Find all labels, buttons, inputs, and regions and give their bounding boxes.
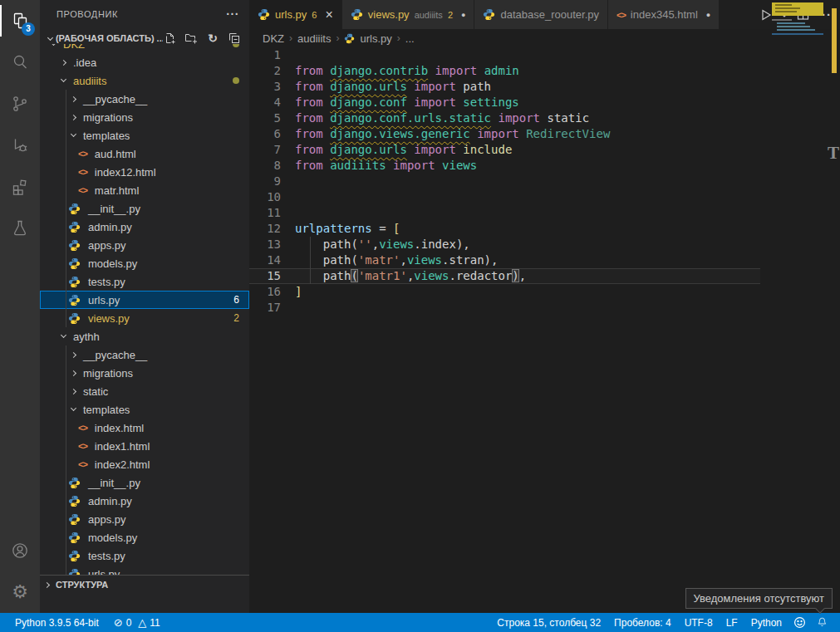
indent-guide <box>66 218 66 236</box>
tree-item-index1.html[interactable]: <>index1.html <box>40 437 249 455</box>
tree-item-urls.py[interactable]: urls.py <box>40 565 249 575</box>
chevron-right-icon <box>71 370 76 375</box>
source-control-icon[interactable] <box>0 83 40 125</box>
problems-badge: 2 <box>233 312 239 324</box>
python-file-icon <box>68 513 81 526</box>
tab-urls.py[interactable]: urls.py6× <box>249 0 342 29</box>
explorer-icon[interactable]: 3 <box>0 0 40 42</box>
close-icon[interactable]: × <box>325 8 332 22</box>
tab-views.py[interactable]: views.pyaudiiits2● <box>342 0 475 29</box>
tree-item-label: tests.py <box>88 276 125 288</box>
tree-item-.idea[interactable]: .idea <box>40 53 249 71</box>
tree-item-__pycache__[interactable]: __pycache__ <box>40 345 249 364</box>
tree-item-static[interactable]: static <box>40 382 249 400</box>
tree-item-admin.py[interactable]: admin.py <box>40 492 249 510</box>
breadcrumb-segment[interactable]: ... <box>405 32 415 45</box>
tree-item-models.py[interactable]: models.py <box>40 528 249 546</box>
status-indentation[interactable]: Пробелов: 4 <box>607 617 678 629</box>
tab-bar: urls.py6×views.pyaudiiits2●database_roou… <box>249 0 840 29</box>
line-number: 7 <box>249 142 295 158</box>
testing-icon[interactable] <box>0 208 40 249</box>
search-icon[interactable] <box>0 42 40 83</box>
breadcrumb[interactable]: DKZ›audiiits›urls.py›... <box>249 29 840 47</box>
modified-dot <box>233 44 239 47</box>
tree-item-tests.py[interactable]: tests.py <box>40 546 249 565</box>
bell-icon[interactable] <box>811 616 833 629</box>
tab-index345.html[interactable]: <>index345.html● <box>608 0 720 29</box>
sidebar-more-actions-icon[interactable]: ··· <box>226 0 239 29</box>
run-and-debug-icon[interactable] <box>0 125 40 166</box>
tree-item-label: admin.py <box>88 221 132 233</box>
tree-item-index12.html[interactable]: <>index12.html <box>40 163 249 181</box>
tab-database_roouter.py[interactable]: database_roouter.py <box>474 0 608 29</box>
overview-ruler-mark: T <box>828 143 839 164</box>
tree-item-index2.html[interactable]: <>index2.html <box>40 455 249 473</box>
collapse-all-icon[interactable] <box>228 32 241 45</box>
breadcrumb-segment[interactable]: DKZ <box>263 32 284 45</box>
dirty-dot-icon[interactable]: ● <box>461 11 465 19</box>
tree-item-templates[interactable]: templates <box>40 126 249 145</box>
tree-item-label: admin.py <box>88 495 132 507</box>
status-language-mode[interactable]: Python <box>744 617 788 629</box>
tree-item-label: apps.py <box>88 513 126 526</box>
tree-item-urls.py[interactable]: urls.py6 <box>40 291 249 309</box>
indent-guide <box>66 163 66 181</box>
chevron-down-icon <box>71 131 76 137</box>
settings-icon[interactable]: ⚙ <box>0 571 40 613</box>
status-eol[interactable]: LF <box>720 617 744 629</box>
tree-item-tests.py[interactable]: tests.py <box>40 272 249 291</box>
outline-section-header[interactable]: СТРУКТУРА <box>40 575 249 594</box>
status-python-interpreter[interactable]: Python 3.9.5 64-bit <box>8 617 106 629</box>
tree-item-apps.py[interactable]: apps.py <box>40 236 249 254</box>
python-file-icon <box>68 203 81 215</box>
tree-item-__init__.py[interactable]: __init__.py <box>40 199 249 218</box>
refresh-icon[interactable]: ↻ <box>206 32 219 45</box>
indent-guide <box>66 291 66 309</box>
breadcrumb-segment[interactable]: urls.py <box>360 32 391 45</box>
line-number: 16 <box>249 284 295 300</box>
tree-item-migrations[interactable]: migrations <box>40 108 249 126</box>
indent-guide <box>310 237 311 252</box>
tree-item-DKZ[interactable]: DKZ <box>40 44 249 53</box>
html-file-icon: <> <box>78 185 87 195</box>
code-line-9: 9 <box>249 174 760 189</box>
indent-guide <box>66 400 66 419</box>
line-number: 3 <box>249 79 295 95</box>
tab-problems-badge: 2 <box>448 10 453 20</box>
account-icon[interactable] <box>0 530 40 571</box>
extensions-icon[interactable] <box>0 166 40 208</box>
feedback-icon[interactable] <box>788 616 811 629</box>
line-number: 13 <box>249 237 295 252</box>
tree-item-label: aud.html <box>95 148 136 160</box>
tree-item-aythh[interactable]: aythh <box>40 327 249 345</box>
breadcrumb-segment[interactable]: audiiits <box>297 32 331 45</box>
tree-item-matr.html[interactable]: <>matr.html <box>40 181 249 199</box>
overview-warning-marker <box>832 8 837 73</box>
status-problems[interactable]: ⊘0△11 <box>107 616 167 629</box>
new-folder-icon[interactable] <box>184 32 198 45</box>
new-file-icon[interactable] <box>163 32 176 45</box>
code-editor[interactable]: 12from django.contrib import admin3from … <box>249 47 840 613</box>
tree-item-label: models.py <box>88 532 137 544</box>
tree-item-label: matr.html <box>95 184 139 197</box>
tree-item-audiiits[interactable]: audiiits <box>40 71 249 90</box>
tree-item-label: migrations <box>83 367 133 380</box>
tree-item-__pycache__[interactable]: __pycache__ <box>40 90 249 108</box>
indent-guide <box>66 345 66 364</box>
indent-guide <box>66 272 66 291</box>
tree-item-templates[interactable]: templates <box>40 400 249 419</box>
tree-item-models.py[interactable]: models.py <box>40 254 249 272</box>
tree-item-migrations[interactable]: migrations <box>40 364 249 382</box>
tree-item-admin.py[interactable]: admin.py <box>40 218 249 236</box>
tree-item-views.py[interactable]: views.py2 <box>40 309 249 327</box>
tree-item-index.html[interactable]: <>index.html <box>40 419 249 437</box>
tree-item-aud.html[interactable]: <>aud.html <box>40 145 249 163</box>
status-cursor-position[interactable]: Строка 15, столбец 32 <box>490 617 607 629</box>
dirty-dot-icon[interactable]: ● <box>706 11 710 19</box>
tree-item-__init__.py[interactable]: __init__.py <box>40 473 249 492</box>
status-encoding[interactable]: UTF-8 <box>678 617 720 629</box>
code-line-11: 11 <box>249 205 760 221</box>
indent-guide <box>66 565 66 575</box>
tree-item-apps.py[interactable]: apps.py <box>40 510 249 528</box>
python-file-icon <box>68 239 81 252</box>
